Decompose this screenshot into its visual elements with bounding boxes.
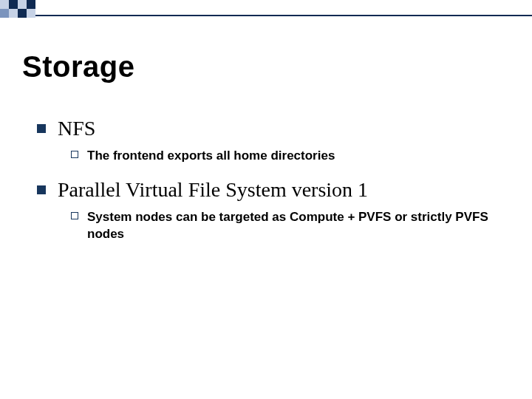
corner-decoration <box>0 0 532 22</box>
svg-rect-8 <box>35 15 532 16</box>
slide-content: NFS The frontend exports all home direct… <box>37 103 502 249</box>
svg-rect-4 <box>0 9 9 18</box>
hollow-square-bullet-icon <box>71 151 78 158</box>
list-subitem: The frontend exports all home directorie… <box>71 148 502 165</box>
list-item: NFS <box>37 117 502 140</box>
hollow-square-bullet-icon <box>71 212 78 219</box>
list-subitem: System nodes can be targeted as Compute … <box>71 209 502 243</box>
list-item: Parallel Virtual File System version 1 <box>37 178 502 202</box>
slide-title: Storage <box>22 50 134 83</box>
slide: Storage NFS The frontend exports all hom… <box>0 0 532 399</box>
list-subitem-label: System nodes can be targeted as Compute … <box>87 209 501 243</box>
list-item-label: Parallel Virtual File System version 1 <box>58 178 368 202</box>
svg-rect-7 <box>27 9 35 18</box>
svg-rect-2 <box>18 0 27 9</box>
svg-rect-0 <box>0 0 9 9</box>
svg-rect-3 <box>27 0 35 9</box>
square-bullet-icon <box>37 185 46 194</box>
square-bullet-icon <box>37 124 46 133</box>
svg-rect-1 <box>9 0 18 9</box>
svg-rect-6 <box>18 9 27 18</box>
list-subitem-label: The frontend exports all home directorie… <box>87 148 335 165</box>
svg-rect-5 <box>9 9 18 18</box>
list-item-label: NFS <box>58 117 95 140</box>
